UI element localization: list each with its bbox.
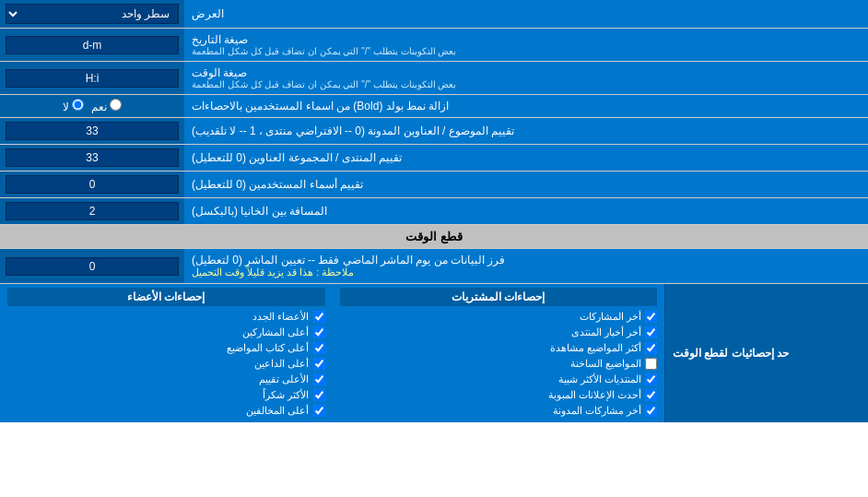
users-names-input-container	[0, 172, 184, 197]
stats-col1-item6: أخر مشاركات المدونة	[340, 403, 658, 419]
distance-input[interactable]	[6, 202, 179, 220]
stats-col2-item6: أعلى المخالفين	[7, 403, 325, 419]
time-format-input[interactable]	[6, 69, 179, 88]
stats-col1-check3[interactable]	[645, 358, 657, 370]
bold-yes-radio[interactable]	[110, 99, 122, 111]
stats-col2-title: إحصاءات الأعضاء	[7, 288, 325, 306]
bold-remove-label: ازالة نمط بولد (Bold) من اسماء المستخدمي…	[184, 95, 868, 117]
stats-col1-check1[interactable]	[645, 326, 657, 338]
stats-col1: إحصاءات المشتريات أخر المشاركات أخر أخبا…	[333, 284, 666, 422]
stats-col2-check5[interactable]	[313, 389, 325, 401]
time-format-row: صيغة الوقت بعض التكوينات يتطلب "/" التي …	[0, 62, 868, 95]
stats-col2-check3[interactable]	[313, 358, 325, 370]
time-format-input-container	[0, 62, 184, 94]
date-format-input-container	[0, 29, 184, 61]
stats-col1-check5[interactable]	[645, 389, 657, 401]
section-header: قطع الوقت	[0, 225, 868, 249]
date-format-row: صيغة التاريخ بعض التكوينات يتطلب "/" الت…	[0, 29, 868, 62]
stats-col2-item1: أعلى المشاركين	[7, 325, 325, 340]
stats-col1-check0[interactable]	[645, 311, 657, 323]
forum-address-input-container	[0, 145, 184, 171]
stats-col1-check2[interactable]	[645, 342, 657, 354]
stats-col2-item0: الأعضاء الجدد	[7, 309, 325, 325]
bold-no-radio[interactable]	[72, 99, 84, 111]
stats-col2-check1[interactable]	[313, 326, 325, 338]
display-select-container: سطر واحد سطرين ثلاثة أسطر	[0, 0, 184, 28]
date-format-input[interactable]	[6, 36, 179, 54]
stats-col1-title: إحصاءات المشتريات	[340, 288, 658, 306]
subjects-limit-row: تقييم الموضوع / العناوين المدونة (0 -- ا…	[0, 118, 868, 145]
stats-col1-item3: المواضيع الساخنة	[340, 356, 658, 372]
stats-col2-item5: الأكثر شكراً	[7, 387, 325, 403]
stats-col1-item0: أخر المشاركات	[340, 309, 658, 325]
bold-remove-radio-container: نعم لا	[0, 95, 184, 117]
forum-address-row: تقييم المنتدى / المجموعة العناوين (0 للت…	[0, 145, 868, 172]
display-select[interactable]: سطر واحد سطرين ثلاثة أسطر	[6, 4, 179, 24]
subjects-limit-label: تقييم الموضوع / العناوين المدونة (0 -- ا…	[184, 118, 868, 144]
cutoff-input-container	[0, 249, 184, 283]
date-format-label: صيغة التاريخ بعض التكوينات يتطلب "/" الت…	[184, 29, 868, 61]
cutoff-input[interactable]	[6, 257, 179, 276]
users-names-row: تقييم أسماء المستخدمين (0 للتعطيل)	[0, 172, 868, 198]
stats-col1-item2: أكثر المواضيع مشاهدة	[340, 340, 658, 356]
subjects-limit-input-container	[0, 118, 184, 144]
display-label: العرض	[184, 0, 868, 28]
stats-col1-item1: أخر أخبار المنتدى	[340, 325, 658, 340]
stats-section: حد إحصائيات لقطع الوقت إحصاءات المشتريات…	[0, 284, 868, 422]
distance-row: المسافة بين الخانيا (بالبكسل)	[0, 198, 868, 225]
users-names-input[interactable]	[6, 175, 179, 194]
stats-header-label: حد إحصائيات لقطع الوقت	[665, 284, 868, 422]
main-container: العرض سطر واحد سطرين ثلاثة أسطر صيغة الت…	[0, 0, 868, 422]
stats-col1-check6[interactable]	[645, 405, 657, 417]
bold-no-label: لا	[63, 99, 84, 113]
stats-col2-item4: الأعلى تقييم	[7, 372, 325, 387]
cutoff-label: فرز البيانات من يوم الماشر الماضي فقط --…	[184, 249, 868, 283]
stats-col2-check4[interactable]	[313, 373, 325, 385]
forum-address-input[interactable]	[6, 148, 179, 167]
stats-col2: إحصاءات الأعضاء الأعضاء الجدد أعلى المشا…	[0, 284, 333, 422]
display-row: العرض سطر واحد سطرين ثلاثة أسطر	[0, 0, 868, 29]
stats-col1-check4[interactable]	[645, 373, 657, 385]
stats-col1-item4: المنتديات الأكثر شبية	[340, 372, 658, 387]
stats-col1-item5: أحدث الإعلانات المبوبة	[340, 387, 658, 403]
stats-col2-check0[interactable]	[313, 311, 325, 323]
cutoff-row: فرز البيانات من يوم الماشر الماضي فقط --…	[0, 249, 868, 284]
stats-col2-check2[interactable]	[313, 342, 325, 354]
forum-address-label: تقييم المنتدى / المجموعة العناوين (0 للت…	[184, 145, 868, 171]
stats-col2-check6[interactable]	[313, 405, 325, 417]
users-names-label: تقييم أسماء المستخدمين (0 للتعطيل)	[184, 172, 868, 197]
time-format-label: صيغة الوقت بعض التكوينات يتطلب "/" التي …	[184, 62, 868, 94]
distance-label: المسافة بين الخانيا (بالبكسل)	[184, 198, 868, 224]
bold-remove-row: ازالة نمط بولد (Bold) من اسماء المستخدمي…	[0, 95, 868, 118]
bold-yes-label: نعم	[91, 99, 122, 113]
stats-col2-item3: أعلى الداعين	[7, 356, 325, 372]
subjects-limit-input[interactable]	[6, 122, 179, 140]
stats-col2-item2: أعلى كتاب المواضيع	[7, 340, 325, 356]
distance-input-container	[0, 198, 184, 224]
